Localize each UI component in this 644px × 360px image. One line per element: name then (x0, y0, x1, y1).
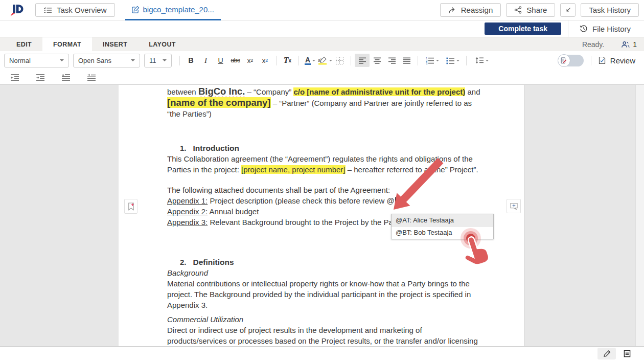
bulleted-list-button[interactable] (442, 54, 463, 67)
divider (298, 56, 299, 65)
highlight-color-button[interactable]: ab (317, 54, 332, 67)
decrease-indent-button[interactable] (7, 71, 22, 84)
paragraph-preamble: between BigCo Inc. – “Company” c/o [name… (167, 86, 483, 119)
collaborators-indicator[interactable]: 1 (620, 40, 637, 49)
font-family-value: Open Sans (78, 57, 111, 64)
menu-tab-layout[interactable]: LAYOUT (138, 37, 187, 51)
font-size-select[interactable]: 11 (144, 54, 172, 68)
strikethrough-button[interactable]: abc (228, 54, 243, 67)
menu-bar: EDIT FORMAT INSERT LAYOUT Ready. 1 (0, 37, 644, 51)
collaborator-count: 1 (633, 40, 637, 49)
font-color-label: A (305, 56, 311, 65)
paragraph-style-value: Normal (9, 57, 31, 64)
vertical-scrollbar[interactable] (635, 85, 644, 346)
divider (179, 56, 180, 65)
numbered-list-icon: 1 2 3 (425, 56, 434, 64)
sub-bar: Complete task File History (0, 20, 644, 37)
track-changes-toggle[interactable] (558, 55, 584, 66)
text-cursor (395, 197, 396, 205)
align-center-icon (373, 57, 382, 64)
bookmark-plus-icon (127, 202, 135, 211)
complete-task-button[interactable]: Complete task (485, 22, 561, 35)
checklist-icon (43, 7, 52, 14)
chevron-down-icon (163, 59, 167, 61)
font-color-button[interactable]: A (303, 54, 317, 67)
collapse-panel-button[interactable] (560, 3, 576, 17)
definition-commercial-utilization: Commercial UtilizationDirect or indirect… (167, 314, 483, 346)
increase-indent-button[interactable] (33, 71, 48, 84)
chevron-down-icon (312, 60, 315, 61)
subscript-button[interactable]: x2 (258, 54, 272, 67)
status-text: Ready. (582, 40, 604, 49)
menu-bar-right: Ready. 1 (582, 37, 644, 51)
task-overview-tab[interactable]: Task Overview (35, 3, 115, 17)
reassign-label: Reassign (461, 6, 493, 14)
menu-tab-edit[interactable]: EDIT (6, 37, 42, 51)
add-bookmark-button[interactable] (124, 199, 137, 214)
menu-tab-insert[interactable]: INSERT (92, 37, 138, 51)
line-spacing-button[interactable] (470, 54, 493, 67)
share-nodes-icon (514, 6, 522, 14)
review-button[interactable]: Review (599, 56, 635, 65)
brand-d-logo-icon (8, 3, 27, 18)
edit-mode-button[interactable] (597, 348, 616, 359)
top-actions: Reassign Share Task History (440, 3, 639, 17)
highlighter-icon: ab (318, 56, 328, 65)
file-history-label: File History (592, 25, 631, 33)
chevron-down-icon (456, 60, 459, 61)
share-button[interactable]: Share (506, 3, 555, 17)
divider (568, 20, 568, 37)
align-center-button[interactable] (370, 54, 384, 67)
hanging-indent-icon (61, 74, 71, 81)
align-justify-button[interactable] (399, 54, 414, 67)
clock-history-icon (580, 25, 588, 33)
borders-button[interactable] (332, 54, 347, 67)
superscript-button[interactable]: x2 (243, 54, 258, 67)
chevron-down-icon (60, 59, 64, 61)
hanging-indent-button[interactable] (58, 71, 73, 84)
align-right-button[interactable] (384, 54, 399, 67)
chevron-down-icon (436, 60, 439, 61)
pencil-square-icon (132, 6, 140, 13)
menu-tab-format[interactable]: FORMAT (42, 37, 92, 51)
paragraph-introduction: This Collaboration agreement (the “Agree… (167, 153, 483, 175)
outdent-icon (10, 74, 19, 81)
divider (418, 56, 418, 65)
toolbar-row-1: Normal Open Sans 11 B I U abc x2 x2 Tx A… (0, 51, 644, 70)
underline-button[interactable]: U (213, 54, 228, 67)
brand-logo (8, 3, 27, 18)
task-history-label: Task History (589, 6, 631, 14)
reassign-button[interactable]: Reassign (440, 3, 501, 17)
arrow-down-left-icon (565, 7, 571, 13)
document-view-button[interactable] (624, 350, 631, 357)
font-family-select[interactable]: Open Sans (73, 54, 140, 68)
first-line-indent-button[interactable] (84, 71, 99, 84)
heading-definitions: 2.Definitions (167, 257, 483, 267)
align-left-button[interactable] (355, 54, 370, 67)
document-tab-active[interactable]: bigco_template_20... (125, 0, 221, 20)
task-history-button[interactable]: Task History (581, 3, 639, 17)
top-bar: Task Overview bigco_template_20... Reass… (0, 0, 644, 20)
mention-option-bob[interactable]: @BT: Bob Testaaja (392, 227, 493, 239)
add-comment-button[interactable] (507, 199, 521, 213)
mention-option-alice[interactable]: @AT: Alice Testaaja (392, 214, 493, 227)
heading-introduction: 1.Introduction (167, 143, 483, 153)
toolbar-row-2 (0, 70, 644, 84)
format-toolbar: Normal Open Sans 11 B I U abc x2 x2 Tx A… (0, 51, 644, 85)
first-line-indent-icon (87, 74, 96, 81)
definition-background: BackgroundMaterial contributions or inte… (167, 267, 483, 310)
divider (276, 56, 277, 65)
numbered-list-button[interactable]: 1 2 3 (422, 54, 442, 67)
toggle-knob (558, 54, 570, 67)
italic-button[interactable]: I (198, 54, 213, 67)
clear-formatting-button[interactable]: Tx (280, 54, 295, 67)
file-history-button[interactable]: File History (572, 25, 638, 33)
divider (466, 56, 467, 65)
align-right-icon (387, 57, 397, 64)
pencil-icon (603, 350, 611, 357)
indent-icon (36, 74, 45, 81)
paragraph-style-select[interactable]: Normal (4, 54, 69, 68)
bold-button[interactable]: B (183, 54, 198, 67)
font-size-value: 11 (149, 57, 156, 64)
task-overview-label: Task Overview (57, 6, 107, 14)
